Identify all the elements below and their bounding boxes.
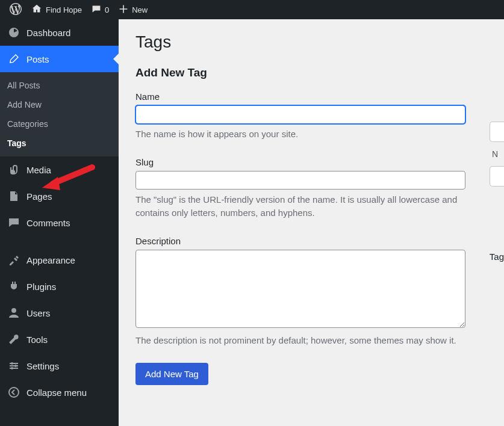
sidebar-item-media[interactable]: Media [0,156,119,183]
wordpress-logo-icon [10,3,22,17]
svg-point-6 [14,365,17,367]
name-help: The name is how it appears on your site. [135,128,473,141]
collapse-icon [7,386,20,399]
slug-label: Slug [135,157,487,167]
media-icon [7,163,20,176]
sidebar-item-tools[interactable]: Tools [0,326,119,353]
description-label: Description [135,236,487,246]
users-icon [7,306,20,320]
comments-icon [7,216,20,229]
sidebar-item-pages[interactable]: Pages [0,183,119,209]
page-subtitle: Add New Tag [135,66,487,79]
topbar-new-label: New [132,5,148,14]
description-help: The description is not prominent by defa… [135,334,473,348]
sidebar-item-label: Users [26,308,50,318]
description-textarea[interactable] [135,250,465,328]
add-new-tag-button[interactable]: Add New Tag [135,363,208,385]
sub-add-new-post[interactable]: Add New [0,95,119,114]
sidebar-item-posts[interactable]: Posts [0,46,119,72]
svg-point-7 [11,367,13,369]
admin-topbar: Find Hope 0 New [0,0,504,19]
field-name: Name The name is how it appears on your … [135,91,487,141]
wordpress-logo[interactable] [5,0,26,19]
plugins-icon [7,280,20,293]
posts-icon [7,52,20,66]
sidebar-item-users[interactable]: Users [0,300,119,326]
right-column-peek: N Tag [490,122,504,194]
comments-count: 0 [105,5,109,14]
sidebar-item-label: Plugins [26,282,56,292]
slug-help: The "slug" is the URL-friendly version o… [135,193,473,220]
sidebar-item-label: Collapse menu [26,387,87,398]
svg-point-0 [10,170,15,174]
sidebar-collapse[interactable]: Collapse menu [0,379,119,406]
comment-icon [92,4,101,16]
svg-point-8 [9,387,19,397]
sidebar-item-comments[interactable]: Comments [0,209,119,236]
peek-label: N [490,149,504,159]
field-slug: Slug The "slug" is the URL-friendly vers… [135,157,487,220]
sub-categories[interactable]: Categories [0,114,119,134]
site-name: Find Hope [46,5,82,14]
field-description: Description The description is not promi… [135,236,487,348]
sidebar-item-label: Comments [26,218,70,228]
sidebar-item-appearance[interactable]: Appearance [0,247,119,273]
sidebar-posts-submenu: All Posts Add New Categories Tags [0,72,119,156]
topbar-new[interactable]: New [114,0,152,19]
sidebar-item-label: Settings [26,361,59,371]
sub-all-posts[interactable]: All Posts [0,76,119,95]
page-title: Tags [135,32,487,52]
sidebar-item-dashboard[interactable]: Dashboard [0,19,119,46]
peek-footer-label: Tag [490,252,504,262]
topbar-comments[interactable]: 0 [87,0,114,19]
name-label: Name [135,91,487,102]
site-home-link[interactable]: Find Hope [26,0,87,19]
svg-point-1 [11,308,16,313]
sidebar-separator [0,236,119,247]
appearance-icon [7,253,20,267]
sidebar-item-label: Appearance [26,255,75,265]
slug-input[interactable] [135,171,465,190]
admin-sidebar: Dashboard Posts All Posts Add New Catego… [0,19,119,426]
peek-input-2[interactable] [490,166,504,187]
settings-icon [7,359,20,372]
sub-tags[interactable]: Tags [0,134,119,153]
peek-input-1[interactable] [490,122,504,142]
sidebar-item-label: Dashboard [26,28,70,38]
sidebar-item-label: Pages [26,191,52,202]
dashboard-icon [7,26,20,39]
main-content: Tags Add New Tag Name The name is how it… [119,19,504,426]
name-input[interactable] [135,105,465,124]
sidebar-item-plugins[interactable]: Plugins [0,273,119,300]
sidebar-item-settings[interactable]: Settings [0,353,119,379]
tools-icon [7,333,20,346]
svg-point-5 [11,362,13,365]
plus-icon [119,4,128,16]
sidebar-item-label: Media [26,165,51,175]
pages-icon [7,190,20,203]
sidebar-item-label: Tools [26,335,48,345]
home-icon [31,4,42,16]
sidebar-item-label: Posts [26,54,49,64]
